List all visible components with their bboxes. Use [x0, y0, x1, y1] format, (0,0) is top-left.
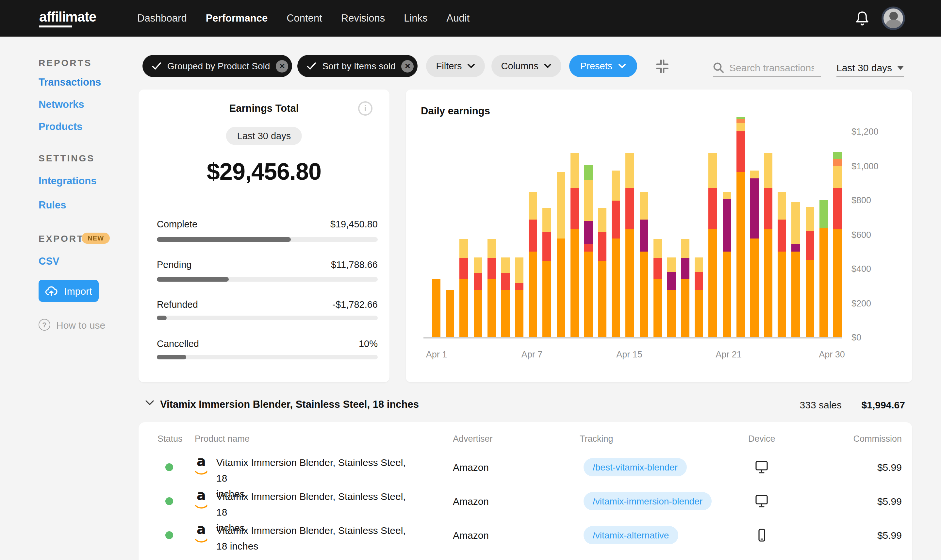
- chip-label: Grouped by Product Sold: [167, 61, 270, 71]
- chevron-down-icon: [544, 63, 552, 69]
- stacked-bar-chart[interactable]: [432, 89, 842, 337]
- bar-segment-yellow: [750, 171, 759, 179]
- compress-icon[interactable]: [653, 57, 671, 75]
- bar-apr-9[interactable]: [543, 208, 551, 337]
- bar-apr-4[interactable]: [474, 257, 482, 337]
- sidebar-item-rules[interactable]: Rules: [38, 199, 66, 211]
- chevron-down-icon[interactable]: [145, 400, 154, 406]
- bar-apr-12[interactable]: [584, 165, 593, 337]
- sidebar-item-products[interactable]: Products: [38, 121, 82, 133]
- nav-links[interactable]: Links: [404, 12, 427, 24]
- bell-icon[interactable]: [855, 11, 870, 29]
- bar-segment-orange: [681, 279, 689, 337]
- bar-segment-orange: [667, 290, 676, 337]
- product-group-amount: $1,994.67: [862, 399, 905, 410]
- bar-apr-15[interactable]: [626, 153, 634, 337]
- search-input[interactable]: [729, 62, 814, 73]
- nav-revisions[interactable]: Revisions: [341, 12, 385, 24]
- remove-icon[interactable]: ✕: [401, 60, 414, 72]
- bar-apr-24[interactable]: [750, 171, 759, 337]
- bar-apr-23[interactable]: [737, 117, 745, 337]
- stat-value-complete: $19,450.80: [330, 219, 378, 229]
- bar-segment-yellow: [806, 207, 814, 231]
- filter-chip-grouped-by[interactable]: Grouped by Product Sold ✕: [143, 55, 292, 77]
- columns-dropdown[interactable]: Columns: [491, 55, 561, 77]
- tracking-link[interactable]: /vitamix-immersion-blender: [584, 492, 712, 510]
- toolbar: Grouped by Product Sold ✕ Sort by Items …: [143, 55, 671, 77]
- bar-apr-20[interactable]: [695, 257, 703, 337]
- bar-segment-green: [820, 200, 828, 228]
- bar-apr-7[interactable]: [515, 257, 523, 337]
- bar-apr-5[interactable]: [487, 240, 496, 337]
- sidebar-item-networks[interactable]: Networks: [38, 98, 84, 111]
- info-icon[interactable]: i: [358, 101, 372, 115]
- table-row[interactable]: a Vitamix Immersion Blender, Stainless S…: [138, 518, 912, 552]
- filters-dropdown[interactable]: Filters: [426, 55, 485, 77]
- logo[interactable]: affilimate: [39, 9, 96, 28]
- bar-apr-27[interactable]: [792, 202, 800, 337]
- bar-apr-22[interactable]: [723, 192, 731, 337]
- bar-apr-21[interactable]: [709, 153, 717, 337]
- bar-apr-14[interactable]: [612, 171, 620, 337]
- bar-apr-6[interactable]: [501, 257, 510, 337]
- presets-label: Presets: [580, 61, 612, 71]
- bar-apr-2[interactable]: [446, 290, 454, 337]
- bar-apr-19[interactable]: [681, 240, 689, 337]
- chip-label: Sort by Items sold: [322, 61, 395, 71]
- col-status: Status: [157, 434, 183, 444]
- bar-apr-28[interactable]: [806, 207, 814, 337]
- bar-segment-red: [833, 188, 842, 229]
- nav-dashboard[interactable]: Dashboard: [137, 12, 187, 24]
- remove-icon[interactable]: ✕: [276, 60, 288, 72]
- y-tick-label: $0: [852, 332, 861, 342]
- import-button[interactable]: Import: [38, 280, 99, 302]
- desktop-icon: [753, 494, 770, 509]
- check-icon: [306, 62, 316, 70]
- bar-segment-yellow: [764, 153, 772, 188]
- presets-dropdown[interactable]: Presets: [569, 55, 637, 77]
- date-range-select[interactable]: Last 30 days: [836, 59, 904, 77]
- bar-apr-10[interactable]: [557, 172, 565, 337]
- bar-segment-green: [737, 117, 745, 119]
- bar-segment-yellow: [515, 257, 523, 283]
- stat-value-cancelled: 10%: [359, 338, 378, 349]
- bar-apr-30[interactable]: [833, 152, 842, 337]
- bar-segment-yellow: [695, 257, 703, 272]
- bar-apr-8[interactable]: [529, 192, 537, 337]
- bar-apr-3[interactable]: [460, 240, 468, 337]
- bar-segment-orange: [570, 229, 579, 337]
- bar-apr-29[interactable]: [820, 200, 828, 337]
- advertiser-cell: Amazon: [453, 529, 489, 541]
- avatar[interactable]: [881, 6, 905, 30]
- bar-apr-25[interactable]: [764, 153, 772, 337]
- bar-apr-17[interactable]: [653, 240, 662, 337]
- sidebar-item-csv[interactable]: CSV: [38, 255, 60, 267]
- bar-apr-18[interactable]: [667, 257, 676, 337]
- tracking-link[interactable]: /vitamix-alternative: [584, 526, 678, 544]
- nav-performance[interactable]: Performance: [206, 12, 268, 24]
- filter-chip-sort-by[interactable]: Sort by Items sold ✕: [297, 55, 418, 77]
- bar-segment-red: [778, 220, 786, 251]
- bar-apr-16[interactable]: [640, 192, 648, 337]
- bar-apr-13[interactable]: [598, 208, 606, 337]
- sidebar-item-transactions[interactable]: Transactions: [38, 77, 101, 88]
- bar-apr-1[interactable]: [432, 279, 440, 337]
- table-row[interactable]: a Vitamix Immersion Blender, Stainless S…: [138, 450, 912, 484]
- nav-audit[interactable]: Audit: [447, 12, 470, 24]
- bar-apr-26[interactable]: [778, 192, 786, 337]
- bar-segment-purple: [681, 258, 689, 279]
- earnings-total-card: Earnings Total i Last 30 days $29,456.80…: [138, 89, 389, 382]
- how-to-use-link[interactable]: ? How to use: [38, 319, 105, 331]
- tracking-link[interactable]: /best-vitamix-blender: [584, 458, 687, 476]
- product-group-row[interactable]: Vitamix Immersion Blender, Stainless Ste…: [138, 387, 912, 422]
- table-row[interactable]: a Vitamix Immersion Blender, Stainless S…: [138, 484, 912, 518]
- progress-pending: [157, 277, 378, 282]
- mobile-icon: [753, 528, 770, 543]
- bar-apr-11[interactable]: [570, 153, 579, 337]
- bar-segment-red: [626, 188, 634, 229]
- main-nav: Dashboard Performance Content Revisions …: [137, 12, 469, 24]
- nav-content[interactable]: Content: [286, 12, 322, 24]
- sidebar-item-integrations[interactable]: Integrations: [38, 175, 96, 187]
- product-group-sales: 333 sales: [800, 399, 842, 410]
- earnings-period-pill[interactable]: Last 30 days: [226, 127, 302, 145]
